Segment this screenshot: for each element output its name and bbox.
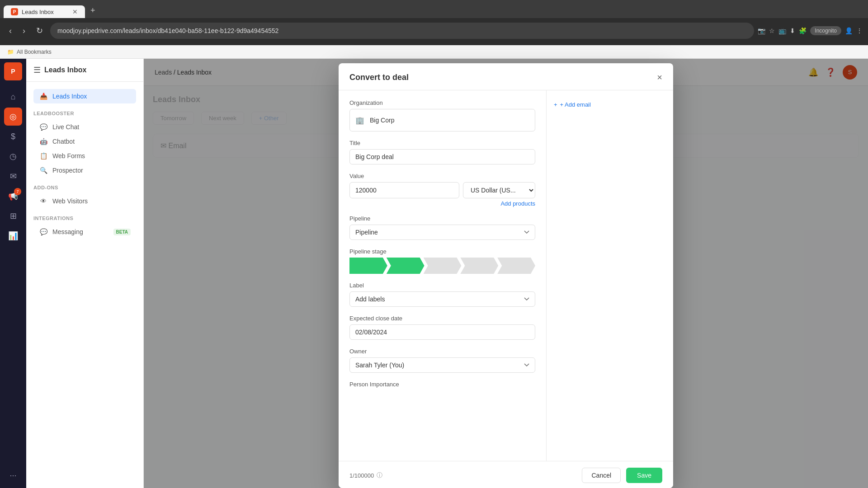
modal-header: Convert to deal × xyxy=(339,63,673,90)
owner-select[interactable]: Sarah Tyler (You) xyxy=(349,357,535,373)
extensions-icon[interactable]: 🧩 xyxy=(799,27,807,34)
pipeline-stages xyxy=(349,258,535,274)
organization-field-group: Organization 🏢 xyxy=(349,99,535,131)
person-importance-field-group: Person Importance xyxy=(349,381,535,388)
bookmarks-folder-icon: 📁 xyxy=(7,49,14,55)
incognito-badge: Incognito xyxy=(810,26,841,35)
add-products-link[interactable]: Add products xyxy=(349,200,535,207)
plus-icon: + xyxy=(554,101,557,108)
sidebar-icon-activities[interactable]: ◷ xyxy=(4,147,22,165)
label-label: Label xyxy=(349,282,535,289)
save-button[interactable]: Save xyxy=(626,468,662,483)
pipeline-label: Pipeline xyxy=(349,215,535,222)
sidebar-icon-reports[interactable]: 📊 xyxy=(4,227,22,245)
browser-tabs: P Leads Inbox ✕ + xyxy=(0,0,868,18)
char-count: 1/100000 ⓘ xyxy=(349,471,382,479)
sidebar-icons: P ⌂ ◎ $ ◷ ✉ 📢 ⊞ 📊 ··· xyxy=(0,59,26,488)
label-field-group: Label Add labels xyxy=(349,282,535,307)
stage-2[interactable] xyxy=(387,258,425,274)
info-icon: ⓘ xyxy=(377,471,382,479)
nav-item-prospector[interactable]: 🔍 Prospector xyxy=(33,163,136,178)
left-nav: ☰ Leads Inbox 📥 Leads Inbox LEADBOOSTER … xyxy=(26,59,144,488)
sidebar-icon-campaigns[interactable]: 📢 xyxy=(4,187,22,205)
new-tab-button[interactable]: + xyxy=(87,3,99,18)
active-tab[interactable]: P Leads Inbox ✕ xyxy=(4,5,85,18)
live-chat-icon: 💬 xyxy=(39,123,48,131)
add-email-label: + Add email xyxy=(560,101,591,108)
menu-icon[interactable]: ⋮ xyxy=(856,27,863,34)
title-input[interactable] xyxy=(349,149,535,164)
stage-3[interactable] xyxy=(424,258,462,274)
value-label: Value xyxy=(349,173,535,179)
title-field-group: Title xyxy=(349,140,535,164)
owner-label: Owner xyxy=(349,348,535,355)
modal-title: Convert to deal xyxy=(349,73,409,82)
reload-button[interactable]: ↻ xyxy=(33,24,47,38)
stage-5[interactable] xyxy=(497,258,535,274)
value-field-group: Value US Dollar (US... Add products xyxy=(349,173,535,207)
nav-item-label-chatbot: Chatbot xyxy=(52,138,75,145)
messaging-icon: 💬 xyxy=(39,228,48,235)
nav-item-chatbot[interactable]: 🤖 Chatbot xyxy=(33,134,136,149)
leadbooster-label: LEADBOOSTER xyxy=(33,111,136,116)
address-bar[interactable] xyxy=(50,23,754,39)
pipeline-select[interactable]: Pipeline xyxy=(349,225,535,240)
web-forms-icon: 📋 xyxy=(39,152,48,160)
sidebar-icon-deals[interactable]: $ xyxy=(4,127,22,145)
organization-input[interactable] xyxy=(364,113,529,127)
pipeline-field-group: Pipeline Pipeline xyxy=(349,215,535,240)
modal-form: Organization 🏢 Title Value xyxy=(339,90,547,461)
browser-actions: 📷 ☆ 📺 ⬇ 🧩 Incognito 👤 ⋮ xyxy=(758,26,863,35)
bookmarks-label: All Bookmarks xyxy=(17,49,52,55)
nav-item-messaging[interactable]: 💬 Messaging BETA xyxy=(33,225,136,239)
currency-select[interactable]: US Dollar (US... xyxy=(463,182,535,198)
browser-toolbar: ‹ › ↻ 📷 ☆ 📺 ⬇ 🧩 Incognito 👤 ⋮ xyxy=(0,18,868,43)
modal-close-button[interactable]: × xyxy=(657,72,662,83)
bookmarks-bar: 📁 All Bookmarks xyxy=(0,45,868,59)
back-button[interactable]: ‹ xyxy=(5,24,15,38)
nav-header: ☰ Leads Inbox xyxy=(26,59,143,82)
sidebar-icon-leads[interactable]: ◎ xyxy=(4,108,22,126)
addons-label: ADD-ONS xyxy=(33,185,136,190)
sidebar-icon-mail[interactable]: ✉ xyxy=(4,167,22,185)
camera-off-icon: 📷 xyxy=(758,27,765,34)
profile-icon[interactable]: 👤 xyxy=(845,27,853,34)
beta-badge: BETA xyxy=(113,229,131,235)
footer-actions: Cancel Save xyxy=(582,468,662,483)
value-amount-input[interactable] xyxy=(349,182,459,198)
nav-item-label-prospector: Prospector xyxy=(52,167,83,174)
cancel-button[interactable]: Cancel xyxy=(582,468,621,483)
label-select[interactable]: Add labels xyxy=(349,291,535,307)
nav-header-icon: ☰ xyxy=(33,65,41,75)
stage-1[interactable] xyxy=(349,258,387,274)
app-container: P ⌂ ◎ $ ◷ ✉ 📢 ⊞ 📊 ··· ☰ Leads Inbox 📥 Le… xyxy=(0,59,868,488)
tab-close-button[interactable]: ✕ xyxy=(72,8,78,15)
pipedrive-logo[interactable]: P xyxy=(4,62,22,80)
close-date-input[interactable] xyxy=(349,324,535,340)
sidebar-icon-more[interactable]: ··· xyxy=(4,466,22,484)
download-icon[interactable]: ⬇ xyxy=(790,27,795,34)
nav-item-live-chat[interactable]: 💬 Live Chat xyxy=(33,120,136,134)
close-date-field-group: Expected close date xyxy=(349,315,535,340)
nav-item-web-visitors[interactable]: 👁 Web Visitors xyxy=(33,194,136,208)
person-importance-label: Person Importance xyxy=(349,381,535,388)
nav-item-web-forms[interactable]: 📋 Web Forms xyxy=(33,149,136,163)
chatbot-icon: 🤖 xyxy=(39,138,48,145)
convert-to-deal-modal: Convert to deal × Organization 🏢 xyxy=(339,63,673,488)
stage-4[interactable] xyxy=(460,258,498,274)
nav-leadbooster-section: 📥 Leads Inbox LEADBOOSTER 💬 Live Chat 🤖 … xyxy=(26,82,143,243)
sidebar-icon-home[interactable]: ⌂ xyxy=(4,88,22,106)
add-email-button[interactable]: + + Add email xyxy=(554,98,666,112)
sidebar-icon-apps[interactable]: ⊞ xyxy=(4,207,22,225)
char-count-value: 1/100000 xyxy=(349,472,374,479)
nav-header-title: Leads Inbox xyxy=(44,66,86,74)
bookmark-icon[interactable]: ☆ xyxy=(769,27,775,34)
prospector-icon: 🔍 xyxy=(39,167,48,174)
nav-item-label-live-chat: Live Chat xyxy=(52,123,79,131)
pipeline-stage-field-group: Pipeline stage xyxy=(349,248,535,274)
nav-item-leads-inbox[interactable]: 📥 Leads Inbox xyxy=(33,89,136,103)
leads-inbox-icon: 📥 xyxy=(39,93,48,100)
forward-button[interactable]: › xyxy=(19,24,29,38)
modal-body: Organization 🏢 Title Value xyxy=(339,90,673,461)
organization-input-wrapper: 🏢 xyxy=(349,109,535,131)
